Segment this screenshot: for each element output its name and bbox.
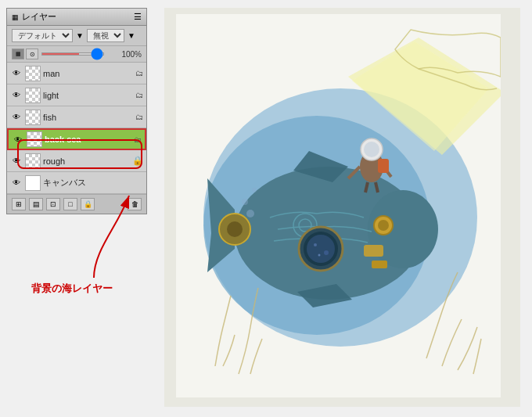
layer-type-icon: 🗂 xyxy=(135,91,143,99)
rect-btn[interactable]: □ xyxy=(63,198,77,210)
layer-name: fish xyxy=(43,113,133,122)
svg-point-26 xyxy=(364,142,379,157)
panel-header-title: ▦ レイヤー xyxy=(12,11,56,23)
layers-btn[interactable]: ⊞ xyxy=(12,198,26,210)
layer-name: man xyxy=(43,69,133,78)
layer-thumb xyxy=(25,88,41,103)
annotation-arrow xyxy=(78,188,141,282)
layer-row[interactable]: 👁 light 🗂 xyxy=(7,84,146,106)
panel-header: ▦ レイヤー ☰ xyxy=(7,9,146,26)
eye-icon[interactable]: 👁 xyxy=(10,155,23,167)
layer-name: light xyxy=(43,91,133,100)
blend-dropdown[interactable]: 無視 xyxy=(87,29,124,42)
svg-point-15 xyxy=(318,254,321,257)
toolbar-icons: ▦ ⊙ xyxy=(12,49,38,59)
svg-rect-19 xyxy=(372,261,387,268)
svg-point-32 xyxy=(246,210,254,217)
layers-panel: ▦ レイヤー ☰ デフォルト ▼ 無視 ▼ ▦ ⊙ 100% 👁 man xyxy=(6,8,147,214)
illustration-svg xyxy=(176,14,501,397)
copy-btn[interactable]: ⊡ xyxy=(46,198,60,210)
svg-point-14 xyxy=(324,250,329,255)
layer-type-icon: 🗂 xyxy=(135,113,143,121)
layer-row[interactable]: 👁 rough 🔒 xyxy=(7,150,146,172)
annotation: 背景の海レイヤー xyxy=(31,282,113,296)
lock-icon: 🔒 xyxy=(132,156,143,166)
opacity-label: 100% xyxy=(121,50,142,59)
svg-point-33 xyxy=(242,199,248,205)
panel-controls: デフォルト ▼ 無視 ▼ xyxy=(7,26,146,46)
layer-type-icon: 🗂 xyxy=(134,135,142,144)
slider-container xyxy=(41,52,118,56)
layer-name-selected: back sea xyxy=(45,135,131,144)
layer-row-selected[interactable]: 👁 back sea 🗂 xyxy=(7,128,146,150)
svg-rect-31 xyxy=(378,159,389,173)
layers-list: 👁 man 🗂 👁 light 🗂 👁 fish 🗂 👁 back sea 🗂 xyxy=(7,63,146,194)
opacity-slider[interactable] xyxy=(41,52,104,56)
layer-type-icon: 🗂 xyxy=(135,69,143,77)
svg-point-23 xyxy=(227,221,243,237)
layer-name: rough xyxy=(43,156,130,166)
panel-menu-icon[interactable]: ☰ xyxy=(134,12,142,22)
checkerboard-icon[interactable]: ▦ xyxy=(12,49,24,59)
svg-point-12 xyxy=(307,235,335,263)
eye-icon[interactable]: 👁 xyxy=(10,111,23,124)
opacity-row: ▦ ⊙ 100% xyxy=(7,46,146,63)
layer-name: キャンバス xyxy=(43,177,143,189)
preset-dropdown[interactable]: デフォルト xyxy=(12,29,73,42)
layer-row[interactable]: 👁 fish 🗂 xyxy=(7,106,146,128)
layer-thumb xyxy=(25,110,41,125)
svg-point-34 xyxy=(252,188,257,192)
layer-thumb xyxy=(25,153,41,169)
eye-icon[interactable]: 👁 xyxy=(10,67,23,80)
annotation-text: 背景の海レイヤー xyxy=(31,282,113,294)
layer-thumb xyxy=(25,66,41,81)
layer-thumb xyxy=(27,131,42,147)
svg-rect-18 xyxy=(364,245,383,257)
eye-icon[interactable]: 👁 xyxy=(10,89,23,102)
panel-title: レイヤー xyxy=(22,11,56,23)
panel-icon: ▦ xyxy=(12,13,19,21)
eye-icon[interactable]: 👁 xyxy=(12,133,24,146)
canvas-area xyxy=(164,8,520,407)
group-btn[interactable]: ▤ xyxy=(29,198,43,210)
layer-row[interactable]: 👁 man 🗂 xyxy=(7,63,146,84)
layer-thumb xyxy=(25,175,41,191)
vector-icon[interactable]: ⊙ xyxy=(26,49,38,59)
svg-point-13 xyxy=(314,243,317,246)
eye-icon[interactable]: 👁 xyxy=(10,177,23,189)
svg-point-21 xyxy=(378,220,389,231)
